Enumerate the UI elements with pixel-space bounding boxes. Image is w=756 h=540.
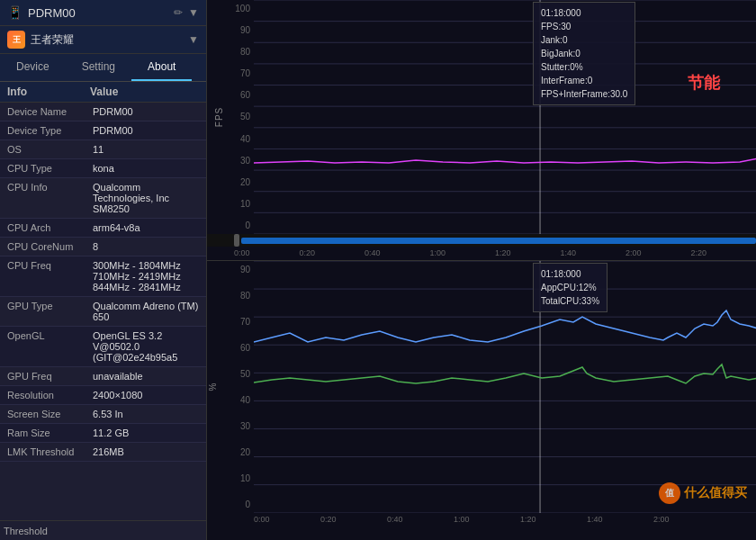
- watermark: 值 什么值得买: [659, 482, 747, 504]
- fps-grid-svg: [254, 0, 756, 234]
- table-row: GPU TypeQualcomm Adreno (TM) 650: [0, 297, 206, 327]
- table-row: Screen Size6.53 In: [0, 405, 206, 424]
- table-row: Device TypePDRM00: [0, 122, 206, 140]
- left-panel: 📱 PDRM00 ✏ ▼ 王 王者荣耀 ▼ Device Setting Abo…: [0, 0, 207, 540]
- watermark-text: 什么值得买: [684, 485, 747, 501]
- info-table: Info Value Device NamePDRM00 Device Type…: [0, 82, 206, 520]
- cpu-grid-svg: [254, 261, 756, 513]
- table-row: CPU Archarm64-v8a: [0, 219, 206, 238]
- tabs: Device Setting About: [0, 54, 206, 82]
- cpu-y-axis-wrapper: %: [207, 261, 227, 513]
- info-table-header: Info Value: [0, 82, 206, 103]
- table-row: LMK Threshold216MB: [0, 443, 206, 462]
- cpu-chart-area: % 90 80 70 60 50 40 30 20 10 0: [207, 261, 756, 513]
- cpu-y-label: %: [208, 383, 218, 392]
- right-panel: FPS 100 90 80 70 60 50 40 30 20 10 0: [207, 0, 756, 540]
- table-row: Ram Size11.2 GB: [0, 424, 206, 443]
- table-row: Resolution2400×1080: [0, 386, 206, 405]
- cpu-x-axis: 0:00 0:20 0:40 1:00 1:20 1:40 2:00: [207, 513, 756, 529]
- tab-about[interactable]: About: [131, 54, 192, 81]
- table-row: Device NamePDRM00: [0, 103, 206, 122]
- threshold-row: Threshold: [0, 520, 206, 540]
- col-info: Info: [7, 86, 27, 98]
- fps-x-axis: 0:00 0:20 0:40 1:00 1:20 1:40 2:00 2:20: [207, 247, 756, 259]
- fps-y-axis-wrapper: FPS: [207, 0, 227, 234]
- device-selector[interactable]: 📱 PDRM00 ✏ ▼: [0, 0, 206, 26]
- device-dropdown-icon[interactable]: ▼: [188, 6, 199, 19]
- table-row: CPU Typekona: [0, 159, 206, 178]
- app-name: 王者荣耀: [31, 32, 183, 48]
- fps-node-label: 节能: [688, 72, 720, 94]
- app-avatar-text: 王: [13, 34, 21, 46]
- table-row: CPU Freq300MHz - 1804MHz710MHz - 2419MHz…: [0, 256, 206, 297]
- device-name: PDRM00: [28, 6, 168, 20]
- table-row: CPU CoreNum8: [0, 238, 206, 256]
- fps-chart-inner: 01:18:000 FPS:30 Jank:0 BigJank:0 Stutte…: [254, 0, 756, 234]
- cpu-chart-container: % 90 80 70 60 50 40 30 20 10 0: [207, 261, 756, 540]
- cpu-y-axis: 90 80 70 60 50 40 30 20 10 0: [227, 261, 254, 513]
- fps-chart-container: FPS 100 90 80 70 60 50 40 30 20 10 0: [207, 0, 756, 261]
- cpu-chart-inner: 01:18:000 AppCPU:12% TotalCPU:33% 值 什么值得…: [254, 261, 756, 513]
- col-value: Value: [90, 86, 118, 98]
- timeline-progress[interactable]: [241, 238, 756, 244]
- timeline-handle-left[interactable]: [234, 234, 239, 247]
- threshold-label: Threshold: [0, 524, 51, 538]
- table-row: OS11: [0, 140, 206, 159]
- tab-device[interactable]: Device: [0, 54, 66, 81]
- app-selector[interactable]: 王 王者荣耀 ▼: [0, 26, 206, 54]
- fps-y-label: FPS: [214, 107, 224, 127]
- info-data-table: Device NamePDRM00 Device TypePDRM00 OS11…: [0, 103, 206, 462]
- fps-y-axis: 100 90 80 70 60 50 40 30 20 10 0: [227, 0, 254, 234]
- timeline-bar[interactable]: [207, 234, 756, 247]
- table-row: CPU InfoQualcomm Technologies, Inc SM825…: [0, 178, 206, 219]
- tab-setting[interactable]: Setting: [66, 54, 131, 81]
- table-row: OpenGLOpenGL ES 3.2 V@0502.0 (GIT@02e24b…: [0, 327, 206, 367]
- app-dropdown-icon[interactable]: ▼: [188, 33, 199, 46]
- table-row: GPU Frequnavailable: [0, 367, 206, 386]
- edit-icon[interactable]: ✏: [174, 6, 183, 19]
- app-avatar: 王: [7, 31, 25, 49]
- watermark-icon: 值: [659, 482, 680, 504]
- fps-chart-area: FPS 100 90 80 70 60 50 40 30 20 10 0: [207, 0, 756, 234]
- device-icon: 📱: [7, 5, 22, 20]
